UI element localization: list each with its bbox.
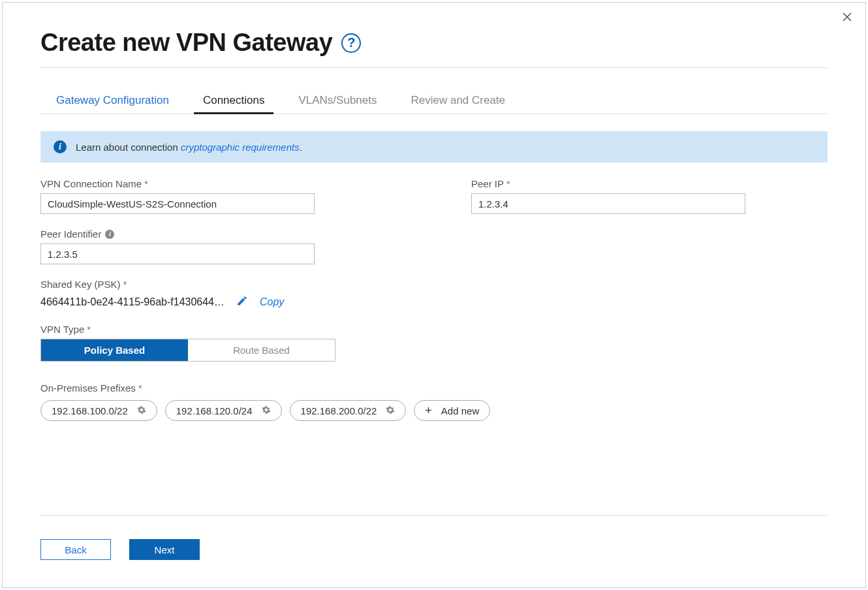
back-button[interactable]: Back — [40, 539, 111, 560]
tab-connections[interactable]: Connections — [202, 89, 266, 114]
prefix-chip-text: 192.168.200.0/22 — [301, 405, 377, 416]
field-connection-name: VPN Connection Name * — [40, 178, 328, 214]
field-on-prem-prefixes: On-Premises Prefixes * 192.168.100.0/22 … — [40, 382, 828, 421]
info-icon[interactable]: i — [105, 230, 114, 239]
required-mark: * — [138, 382, 142, 394]
shared-key-value: 4664411b-0e24-4115-96ab-f1430644… — [40, 296, 225, 308]
vpn-type-label: VPN Type — [40, 324, 84, 335]
info-banner: i Learn about connection cryptographic r… — [40, 131, 828, 163]
close-icon — [842, 12, 852, 22]
info-icon: i — [54, 140, 67, 153]
prefix-chip: 192.168.200.0/22 — [290, 400, 407, 421]
tab-review-create[interactable]: Review and Create — [409, 89, 506, 114]
title-divider — [40, 67, 828, 68]
required-mark: * — [123, 279, 127, 290]
required-mark: * — [87, 324, 91, 335]
peer-ip-input[interactable] — [471, 193, 745, 214]
prefix-chip-text: 192.168.120.0/24 — [176, 405, 253, 416]
close-button[interactable] — [842, 12, 855, 25]
page-title: Create new VPN Gateway — [40, 29, 332, 57]
plus-icon: + — [425, 405, 432, 416]
connection-name-label: VPN Connection Name — [40, 178, 142, 189]
crypto-requirements-link[interactable]: cryptographic requirements — [181, 142, 300, 153]
help-button[interactable]: ? — [341, 33, 361, 53]
vpn-type-route-based[interactable]: Route Based — [188, 339, 335, 361]
next-button[interactable]: Next — [129, 539, 200, 560]
footer-divider — [40, 515, 828, 516]
peer-identifier-label: Peer Identifier — [40, 228, 101, 240]
prefix-settings-button[interactable] — [137, 405, 146, 416]
connection-name-input[interactable] — [40, 193, 315, 214]
create-vpn-gateway-dialog: Create new VPN Gateway ? Gateway Configu… — [2, 2, 866, 588]
prefix-chip: 192.168.100.0/22 — [40, 400, 157, 421]
tab-bar: Gateway Configuration Connections VLANs/… — [40, 89, 828, 114]
prefix-chip-text: 192.168.100.0/22 — [52, 405, 128, 416]
pencil-icon — [236, 295, 248, 307]
copy-psk-button[interactable]: Copy — [260, 296, 284, 308]
field-vpn-type: VPN Type * Policy Based Route Based — [40, 324, 828, 362]
field-peer-identifier: Peer Identifier i — [40, 228, 328, 264]
gear-icon — [386, 405, 395, 414]
question-icon: ? — [347, 35, 355, 50]
shared-key-label: Shared Key (PSK) — [40, 279, 121, 290]
required-mark: * — [506, 178, 510, 189]
field-shared-key: Shared Key (PSK) * 4664411b-0e24-4115-96… — [40, 279, 828, 309]
field-peer-ip: Peer IP * — [471, 178, 758, 214]
vpn-type-policy-based[interactable]: Policy Based — [41, 339, 188, 361]
peer-identifier-input[interactable] — [40, 243, 315, 264]
prefix-settings-button[interactable] — [262, 405, 271, 416]
prefixes-label: On-Premises Prefixes — [40, 382, 136, 394]
prefix-settings-button[interactable] — [386, 405, 395, 416]
tab-vlans-subnets[interactable]: VLANs/Subnets — [297, 89, 378, 114]
prefix-chip: 192.168.120.0/24 — [165, 400, 282, 421]
info-banner-text: Learn about connection cryptographic req… — [76, 142, 302, 153]
gear-icon — [137, 405, 146, 414]
add-prefix-label: Add new — [441, 405, 479, 416]
required-mark: * — [144, 178, 148, 189]
tab-gateway-configuration[interactable]: Gateway Configuration — [55, 89, 170, 114]
edit-psk-button[interactable] — [236, 295, 248, 309]
gear-icon — [262, 405, 271, 414]
vpn-type-toggle: Policy Based Route Based — [40, 339, 335, 362]
peer-ip-label: Peer IP — [471, 178, 504, 189]
add-prefix-button[interactable]: + Add new — [414, 400, 490, 421]
